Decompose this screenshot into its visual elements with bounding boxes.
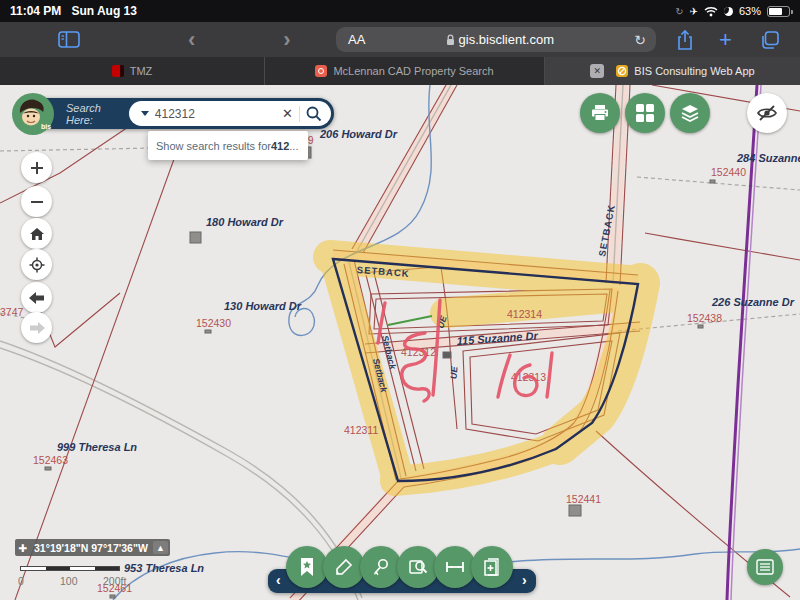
street-label: 130 Howard Dr: [224, 300, 302, 312]
wifi-icon: [704, 6, 718, 17]
address-bar[interactable]: AA gis.bisclient.com ↻: [336, 27, 656, 52]
parcel-label: 412311: [344, 424, 378, 436]
search-input[interactable]: [155, 107, 250, 121]
page-plus-icon: [483, 557, 501, 577]
ipad-screen: 11:04 PM Sun Aug 13 ↻ ✈ 63% ‹: [0, 0, 800, 600]
home-icon: [29, 227, 45, 241]
draw-button[interactable]: [323, 546, 365, 588]
locate-button[interactable]: [21, 249, 52, 280]
street-label: 206 Howard Dr: [319, 128, 398, 140]
search-icon[interactable]: [305, 105, 323, 123]
identify-button[interactable]: [397, 546, 439, 588]
crosshair-icon: ✚: [15, 542, 31, 554]
street-label: 180 Howard Dr: [206, 216, 284, 228]
bookmarks-button[interactable]: [286, 546, 328, 588]
date: Sun Aug 13: [71, 4, 137, 18]
parcel-label: 152441: [566, 493, 601, 505]
zoom-out-button[interactable]: [21, 186, 52, 217]
divider: [299, 106, 300, 122]
tab-tmz[interactable]: TMZ: [0, 57, 265, 85]
sidebar-icon[interactable]: [58, 31, 80, 48]
clear-search-icon[interactable]: ✕: [276, 106, 299, 121]
toolbar-left-chevron[interactable]: ‹: [276, 572, 281, 588]
street-label: 953 Theresa Ln: [124, 562, 204, 574]
forward-button[interactable]: ›: [283, 30, 290, 50]
eye-off-icon: [756, 103, 778, 123]
rotation-lock-icon: ↻: [675, 6, 683, 17]
scale-zero: 0: [18, 575, 24, 587]
battery-percent: 63%: [739, 5, 761, 17]
battery-icon: [767, 6, 790, 17]
layers-button[interactable]: [670, 93, 710, 133]
tab-label: McLennan CAD Property Search: [333, 65, 493, 77]
layers-icon: [680, 103, 700, 123]
parcel-label: 152440: [711, 166, 746, 178]
zoom-in-button[interactable]: [21, 152, 52, 183]
status-bar: 11:04 PM Sun Aug 13 ↻ ✈ 63%: [0, 0, 800, 22]
bis-favicon: [616, 65, 628, 77]
close-tab-icon[interactable]: ✕: [590, 64, 604, 78]
new-tab-button[interactable]: +: [719, 27, 732, 53]
tab-label: TMZ: [130, 65, 153, 77]
results-list-button[interactable]: [747, 549, 783, 585]
search-input-box[interactable]: ✕: [129, 101, 331, 126]
reader-aa-button[interactable]: AA: [348, 32, 365, 47]
street-label: 284 Suzanne D: [736, 152, 800, 164]
ue-label: UE: [449, 365, 460, 379]
scale-mid: 100: [60, 575, 78, 587]
svg-text:bis: bis: [41, 123, 51, 130]
list-icon: [756, 559, 774, 575]
back-arrow-icon: [29, 292, 45, 304]
chevron-down-icon[interactable]: [141, 111, 149, 116]
printer-icon: [590, 104, 610, 122]
locate-icon: [29, 257, 45, 273]
grid-icon: [636, 104, 654, 122]
collapse-chevron-icon[interactable]: ▲: [153, 541, 168, 554]
next-extent-button[interactable]: [21, 312, 52, 343]
suggestion-highlight: 412: [271, 140, 289, 152]
pencil-icon: [335, 558, 353, 576]
do-not-disturb-moon-icon: [724, 7, 733, 16]
clock: 11:04 PM: [10, 4, 61, 18]
measure-button[interactable]: [434, 546, 476, 588]
tab-mclennan[interactable]: McLennan CAD Property Search: [265, 57, 545, 85]
parcel-label: 412314: [507, 308, 542, 320]
suggestion-text: Show search results for: [156, 140, 271, 152]
search-features-icon: [371, 557, 391, 577]
print-button[interactable]: [580, 93, 620, 133]
basemap-button[interactable]: [625, 93, 665, 133]
previous-extent-button[interactable]: [21, 282, 52, 313]
parcel-label: 3747: [0, 306, 24, 318]
add-data-button[interactable]: [471, 546, 513, 588]
tmz-favicon: [112, 65, 124, 77]
lock-icon: [446, 34, 455, 46]
coordinate-bar: ✚ 31°19'18"N 97°17'36"W ▲: [15, 539, 170, 556]
suggestion-ellipsis: ...: [289, 140, 298, 152]
toggle-visibility-button[interactable]: [747, 93, 787, 133]
share-icon[interactable]: [676, 29, 694, 51]
reload-icon[interactable]: ↻: [634, 32, 646, 48]
tabs-icon[interactable]: [760, 30, 780, 50]
forward-arrow-icon: [29, 322, 45, 334]
measure-icon: [445, 560, 465, 574]
map-canvas[interactable]: 206 Howard Dr 180 Howard Dr 130 Howard D…: [0, 85, 800, 600]
coordinates-text: 31°19'18"N 97°17'36"W: [31, 542, 151, 554]
parcel-label: 152438: [687, 312, 722, 324]
parcel-label: 152463: [33, 454, 68, 466]
home-button[interactable]: [21, 218, 52, 249]
bis-mascot-logo: bis: [12, 93, 54, 135]
mclennan-favicon: [315, 65, 327, 77]
query-button[interactable]: [360, 546, 402, 588]
tab-bis-app[interactable]: ✕ BIS Consulting Web App: [545, 57, 800, 85]
search-suggestion[interactable]: Show search results for 412...: [148, 131, 308, 160]
bookmark-star-icon: [299, 557, 315, 577]
street-label: 226 Suzanne Dr: [711, 296, 795, 308]
tab-label: BIS Consulting Web App: [634, 65, 754, 77]
search-label: Search Here:: [66, 102, 129, 126]
toolbar-right-chevron[interactable]: ›: [522, 572, 527, 588]
search-document-icon: [408, 557, 428, 577]
parcel-label: 152430: [196, 317, 231, 329]
scale-bar: [20, 566, 120, 571]
scale-end: 200ft: [103, 575, 126, 587]
back-button[interactable]: ‹: [188, 30, 195, 50]
